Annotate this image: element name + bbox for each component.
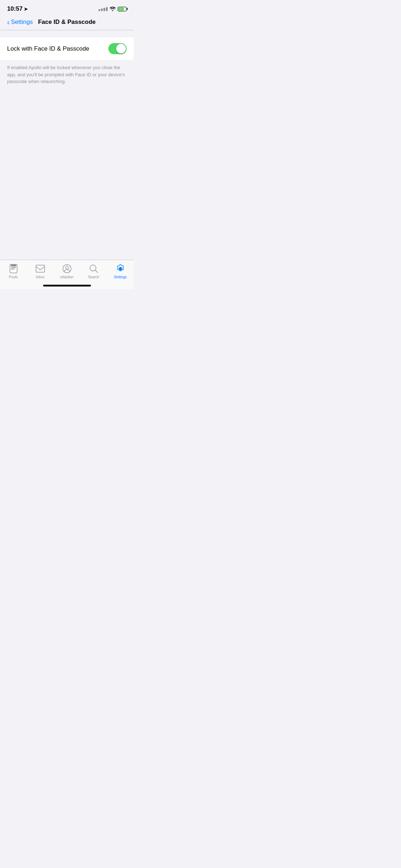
svg-rect-3 — [11, 269, 15, 269]
posts-icon — [9, 264, 19, 274]
lock-setting-label: Lock with Face ID & Passcode — [7, 45, 89, 52]
back-label: Settings — [11, 19, 33, 26]
wifi-icon — [110, 7, 115, 11]
inbox-tab-label: Inbox — [36, 275, 44, 279]
status-bar: 10:57 ➤ ⚡ — [0, 0, 134, 16]
settings-tab-label: Settings — [114, 275, 127, 279]
tab-inbox[interactable]: Inbox — [27, 264, 53, 279]
relaxtion-icon — [62, 264, 72, 274]
tab-search[interactable]: Search — [80, 264, 107, 279]
posts-tab-label: Posts — [9, 275, 18, 279]
signal-icon — [98, 7, 108, 11]
back-chevron-icon: ‹ — [7, 19, 10, 26]
inbox-icon — [35, 264, 45, 274]
status-time: 10:57 ➤ — [7, 5, 28, 12]
svg-rect-1 — [11, 266, 16, 267]
lock-toggle[interactable] — [108, 43, 127, 54]
svg-rect-4 — [11, 264, 16, 266]
svg-rect-5 — [36, 265, 45, 272]
svg-point-8 — [90, 265, 96, 271]
home-indicator — [43, 285, 91, 286]
tab-settings[interactable]: Settings — [107, 264, 134, 279]
lock-setting-row: Lock with Face ID & Passcode — [0, 37, 134, 60]
back-button[interactable]: ‹ Settings — [7, 19, 33, 26]
location-icon: ➤ — [24, 6, 28, 12]
settings-icon — [115, 264, 125, 274]
time-label: 10:57 — [7, 5, 22, 12]
search-tab-label: Search — [88, 275, 99, 279]
content-area: Lock with Face ID & Passcode If enabled … — [0, 37, 134, 91]
tab-posts[interactable]: Posts — [0, 264, 27, 279]
battery-icon: ⚡ — [118, 7, 127, 11]
relaxtion-tab-label: relaxtion — [60, 275, 74, 279]
status-icons: ⚡ — [98, 7, 127, 11]
search-icon — [89, 264, 99, 274]
tab-relaxtion[interactable]: relaxtion — [53, 264, 80, 279]
svg-rect-2 — [11, 267, 16, 268]
svg-point-7 — [66, 266, 68, 269]
nav-separator — [0, 30, 134, 30]
toggle-knob — [116, 44, 126, 53]
nav-bar: ‹ Settings Face ID & Passcode — [0, 16, 134, 30]
setting-description: If enabled Apollo will be locked wheneve… — [0, 60, 134, 91]
page-title: Face ID & Passcode — [38, 19, 96, 26]
